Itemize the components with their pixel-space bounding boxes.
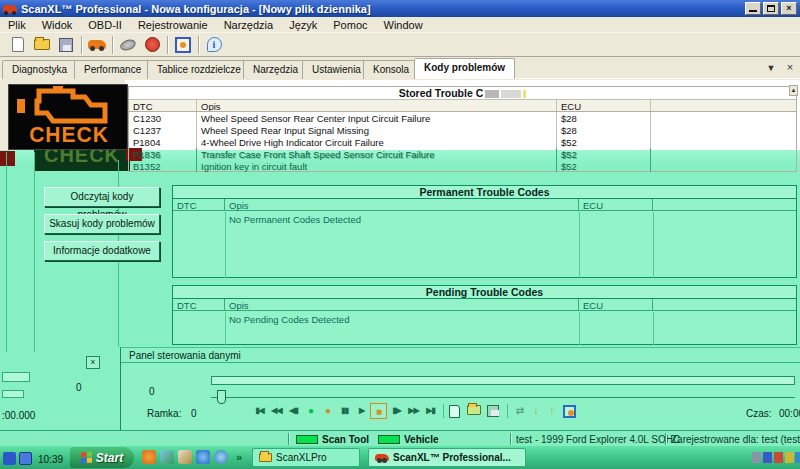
tray-icon[interactable]: [763, 452, 772, 463]
table-row[interactable]: P1804 4-Wheel Drive High Indicator Circu…: [129, 136, 796, 148]
status-bar: Scan Tool Vehicle test - 1999 Ford Explo…: [0, 430, 800, 446]
menu-narzedzia[interactable]: Narzędzia: [216, 18, 282, 32]
additional-info-button[interactable]: Informacje dodatkowe: [44, 241, 160, 261]
upload-button[interactable]: ↑: [545, 403, 559, 419]
quicklaunch-overflow[interactable]: »: [236, 451, 242, 463]
cell-ecu: $28: [557, 112, 651, 124]
permanent-empty-text: No Permanent Codes Detected: [173, 211, 796, 225]
tab-tablice-rozdzielcze[interactable]: Tablice rozdzielcze: [147, 60, 251, 79]
cell-opis: Ignition key in circuit fault: [197, 160, 557, 172]
cell-opis: Wheel Speed Sensor Rear Center Input Cir…: [197, 112, 557, 124]
minimize-button[interactable]: [745, 2, 761, 15]
task-scanxlpro-folder[interactable]: ScanXLPro: [252, 448, 360, 467]
start-label: Start: [96, 451, 123, 465]
pause-button[interactable]: ▮▮: [336, 403, 353, 419]
menu-pomoc[interactable]: Pomoc: [325, 18, 375, 32]
quicklaunch-photos-icon[interactable]: [160, 450, 174, 464]
cell-dtc: C1230: [129, 112, 197, 124]
cell-ecu: $28: [557, 124, 651, 136]
table-row[interactable]: B1352 Ignition key in circuit fault $52: [129, 160, 796, 172]
tray-icon[interactable]: [752, 452, 761, 463]
stored-trouble-title: Stored Trouble C: [129, 87, 796, 100]
tab-diagnostyka[interactable]: Diagnostyka: [2, 60, 77, 79]
restore-button[interactable]: [763, 2, 779, 15]
vehicle-button[interactable]: [85, 34, 109, 55]
task-scanxl-app[interactable]: ScanXL™ Professional...: [368, 448, 526, 467]
record-button[interactable]: ●: [302, 403, 319, 419]
new-file-button[interactable]: [6, 34, 30, 55]
table-row[interactable]: C1237 Wheel Speed Rear Input Signal Miss…: [129, 124, 796, 136]
new-file-icon: [12, 37, 24, 52]
menu-jezyk[interactable]: Język: [281, 18, 325, 32]
quicklaunch-browser-icon[interactable]: [142, 450, 156, 464]
clear-codes-button[interactable]: Skasuj kody problemów: [44, 214, 160, 234]
col-extra: [653, 299, 796, 310]
tray-volume-icon[interactable]: [785, 452, 794, 463]
dashboard-button[interactable]: [171, 34, 195, 55]
skip-start-button[interactable]: ▮◀: [251, 403, 268, 419]
step-back-button[interactable]: ◀▮: [285, 403, 302, 419]
convert-button[interactable]: ⇄: [513, 403, 527, 419]
col-dtc: DTC: [129, 100, 197, 111]
menu-plik[interactable]: Plik: [0, 18, 34, 32]
scroll-up-icon[interactable]: ▲: [789, 85, 798, 96]
stored-header-row: DTC Opis ECU: [129, 100, 796, 112]
connect-button[interactable]: [140, 34, 164, 55]
tab-kody-problemow[interactable]: Kody problemów: [414, 58, 515, 79]
play-button[interactable]: ▶: [353, 403, 370, 419]
disconnect-button[interactable]: [116, 34, 140, 55]
registered-text: Zarejestrowane dla: test (test): [671, 434, 800, 445]
dashboard-mini-button[interactable]: [563, 405, 576, 418]
open-file-button[interactable]: [30, 34, 54, 55]
tray-left-icon[interactable]: [3, 452, 16, 465]
slider-value: 0: [149, 386, 155, 397]
taskbar-clock: 10:39: [38, 454, 63, 465]
start-button[interactable]: Start: [70, 447, 134, 468]
quicklaunch-media-icon[interactable]: [214, 450, 228, 464]
progress-track[interactable]: [211, 376, 795, 385]
save-file-button[interactable]: [54, 34, 78, 55]
cell-opis: Wheel Speed Rear Input Signal Missing: [197, 124, 557, 136]
tab-close-icon[interactable]: ×: [783, 61, 797, 73]
menu-widok[interactable]: Widok: [34, 18, 81, 32]
log-save-button[interactable]: [487, 405, 499, 417]
col-opis: Opis: [197, 100, 557, 111]
info-icon: i: [207, 37, 222, 52]
menu-window[interactable]: Window: [376, 18, 431, 32]
toolbar-separator: [81, 36, 82, 54]
log-new-button[interactable]: [449, 405, 460, 418]
quicklaunch-tool-icon[interactable]: [178, 450, 192, 464]
tab-performance[interactable]: Performance: [74, 60, 151, 79]
remnant-close-icon[interactable]: ×: [86, 356, 100, 369]
tab-dropdown-icon[interactable]: ▼: [764, 63, 778, 73]
connect-plug-icon: [145, 37, 160, 52]
cell-ecu: $52: [557, 160, 651, 172]
stop-button[interactable]: ■: [370, 403, 387, 419]
close-button[interactable]: ×: [781, 2, 797, 15]
remnant-track: [2, 390, 24, 398]
menu-rejestrowanie[interactable]: Rejestrowanie: [130, 18, 216, 32]
slider-track[interactable]: [211, 397, 795, 398]
fast-forward-button[interactable]: ▶▶: [405, 403, 422, 419]
menu-obd2[interactable]: OBD-II: [80, 18, 130, 32]
info-button[interactable]: i: [202, 34, 226, 55]
step-forward-button[interactable]: ▮▶: [388, 403, 405, 419]
rewind-button[interactable]: ◀◀: [268, 403, 285, 419]
tray-network-icon[interactable]: [774, 452, 783, 463]
slider-thumb[interactable]: [217, 390, 226, 404]
tab-narzedzia[interactable]: Narzędzia: [243, 60, 308, 79]
tab-konsola[interactable]: Konsola: [363, 60, 419, 79]
table-row[interactable]: C1230 Wheel Speed Sensor Rear Center Inp…: [129, 112, 796, 124]
read-codes-button[interactable]: Odczytaj kody problemów: [44, 187, 160, 207]
record-alt-button[interactable]: ●: [319, 403, 336, 419]
log-open-button[interactable]: [467, 405, 481, 415]
tray-icon[interactable]: [795, 452, 800, 463]
glitch-artifact: [501, 90, 521, 98]
quicklaunch-ie-icon[interactable]: [196, 450, 210, 464]
tray-left-icon[interactable]: [19, 452, 32, 465]
skip-end-button[interactable]: ▶▮: [422, 403, 439, 419]
cell-extra: [651, 112, 796, 124]
tab-ustawienia[interactable]: Ustawienia: [302, 60, 371, 79]
download-button[interactable]: ↓: [529, 403, 543, 419]
table-row[interactable]: P1836 Transfer Case Front Shaft Speed Se…: [129, 148, 796, 160]
